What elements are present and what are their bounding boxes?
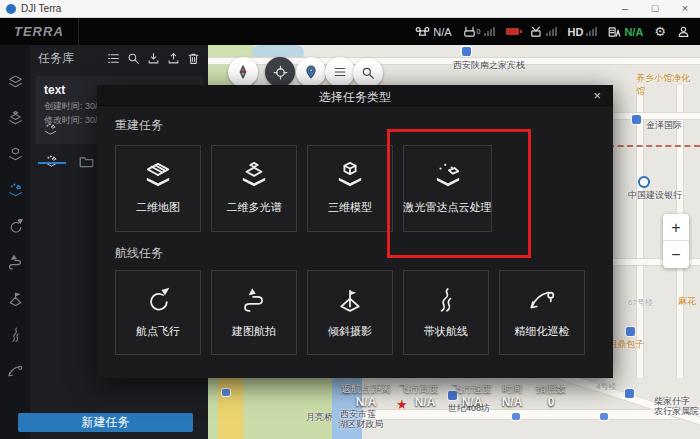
telemetry-altitude-label: 飞行高度 — [390, 382, 448, 396]
multispectral-icon[interactable] — [7, 111, 24, 126]
card-fine-inspection[interactable]: 精细化巡检 — [499, 270, 585, 355]
model-3d-icon[interactable] — [7, 147, 24, 162]
search-icon[interactable] — [127, 52, 140, 65]
lidar-highlight-box — [387, 129, 531, 258]
app-toolbar: TERRA N/A 0 HD N/A ⚙ — [0, 18, 700, 45]
map-road — [362, 409, 700, 420]
locate-button[interactable] — [265, 57, 295, 87]
battery-status — [506, 28, 519, 35]
user-account-icon[interactable] — [677, 25, 690, 38]
oblique-photo-icon[interactable] — [7, 291, 24, 306]
waypoint-flight-icon — [144, 287, 172, 312]
oblique-photo-icon — [336, 287, 364, 312]
rc-status: 0 — [463, 26, 495, 38]
map-road — [636, 85, 644, 378]
active-tab-indicator — [38, 162, 66, 164]
minimize-button[interactable]: – — [610, 0, 640, 17]
map-yellow-road — [218, 375, 243, 439]
telemetry-home-distance-value: N/A — [330, 395, 402, 409]
corridor-route-icon — [432, 287, 460, 312]
card-corridor-route[interactable]: 带状航线 — [403, 270, 489, 355]
map-label-nonghang: 农行家属院 — [654, 405, 699, 418]
map-label-building4: 4号楼 — [596, 381, 616, 392]
inspection-icon — [528, 287, 556, 312]
zoom-out-button[interactable]: − — [663, 241, 689, 268]
lidar-task-type-icon — [43, 123, 58, 136]
video-link-icon — [530, 26, 543, 38]
map-label-finance-2: 湖区财政局 — [338, 418, 383, 431]
map-dashed-boundary — [608, 145, 700, 147]
building-poi-icon — [626, 327, 635, 336]
compass-button[interactable] — [228, 57, 258, 87]
card-3d-model[interactable]: 三维模型 — [307, 145, 393, 232]
terra-logo: TERRA — [0, 18, 79, 45]
map-label-restaurant: 养乡小馆净化馆 — [636, 72, 694, 98]
tasks-tab-icon[interactable] — [44, 155, 59, 168]
zoom-in-button[interactable]: + — [663, 214, 689, 241]
dialog-title: 选择任务类型 — [97, 89, 613, 106]
bus-stop-icon — [600, 413, 608, 420]
inspection-icon[interactable] — [7, 363, 24, 378]
card-2d-multispectral[interactable]: 二维多光谱 — [211, 145, 297, 232]
list-view-icon[interactable] — [107, 52, 120, 65]
zoom-control: + − — [663, 214, 689, 268]
window-titlebar: DJI Terra – □ × — [0, 0, 700, 18]
map-label-moonbridge: 月亮桥 — [306, 411, 333, 424]
layer-list-button[interactable] — [325, 57, 355, 87]
telemetry-photos-value: 0 — [526, 395, 576, 409]
hd-status: HD — [568, 26, 598, 38]
card-oblique-photo[interactable]: 倾斜摄影 — [307, 270, 393, 355]
remote-controller-icon — [463, 26, 476, 38]
close-window-button[interactable]: × — [670, 0, 700, 17]
building-poi-icon — [625, 389, 634, 398]
hd-signal-bars-icon — [586, 27, 597, 36]
card-mapping-aerial[interactable]: 建图航拍 — [211, 270, 297, 355]
folder-tab-icon[interactable] — [79, 155, 94, 168]
map-label-mahua: 麻花 — [678, 295, 696, 308]
map-2d-icon — [143, 162, 173, 188]
trash-icon[interactable] — [187, 52, 200, 65]
task-type-rail — [0, 45, 30, 439]
map-label-building67: 67号楼 — [628, 297, 653, 308]
map-search-button[interactable] — [353, 58, 383, 88]
multispectral-icon — [239, 162, 269, 188]
new-task-button[interactable]: 新建任务 — [18, 413, 193, 432]
import-icon[interactable] — [147, 52, 160, 65]
map-2d-icon[interactable] — [7, 75, 24, 90]
lidar-pointcloud-icon[interactable] — [7, 183, 24, 198]
building-poi-icon — [632, 115, 641, 124]
battery-icon — [506, 28, 519, 35]
bank-logo-icon — [638, 176, 650, 188]
rtk-icon — [608, 26, 621, 38]
rc-signal-bars-icon — [484, 27, 495, 36]
aircraft-status: N/A — [415, 26, 451, 38]
mapping-route-icon[interactable] — [7, 255, 24, 270]
maximize-button[interactable]: □ — [640, 0, 670, 17]
export-icon[interactable] — [167, 52, 180, 65]
dialog-close-icon[interactable]: × — [593, 88, 601, 103]
settings-gear-icon[interactable]: ⚙ — [654, 24, 666, 39]
map-label-mingding: 明鼎包子 — [608, 338, 644, 351]
map-label-bank: 中国建设银行 — [628, 189, 682, 202]
pin-button[interactable] — [296, 57, 326, 87]
bus-stop-icon — [222, 389, 230, 396]
corridor-route-icon[interactable] — [7, 327, 24, 342]
model-3d-icon — [335, 162, 365, 188]
waypoint-flight-icon[interactable] — [7, 219, 24, 234]
drone-icon — [415, 26, 430, 38]
section-reconstruction-label: 重建任务 — [115, 117, 163, 134]
task-library-title: 任务库 — [38, 50, 74, 67]
rc-count-badge: 0 — [477, 28, 481, 35]
hotel-poi-icon — [462, 47, 471, 56]
bus-stop-icon — [512, 413, 520, 420]
select-task-type-dialog: 选择任务类型 × 重建任务 二维地图 二维多光谱 三维模型 激光雷达点云处理 航… — [97, 85, 613, 378]
map-label-hotel: 西安陕南之家宾栈 — [453, 59, 525, 72]
map-label-jinze: 金泽国际 — [646, 119, 682, 132]
telemetry-photos-label: 拍照数 — [526, 382, 576, 396]
card-2d-map[interactable]: 二维地图 — [115, 145, 201, 232]
card-waypoint-flight[interactable]: 航点飞行 — [115, 270, 201, 355]
section-route-label: 航线任务 — [115, 245, 163, 262]
mapping-route-icon — [240, 287, 268, 312]
link-signal-bars-icon — [546, 27, 557, 36]
transmission-status — [530, 26, 557, 38]
